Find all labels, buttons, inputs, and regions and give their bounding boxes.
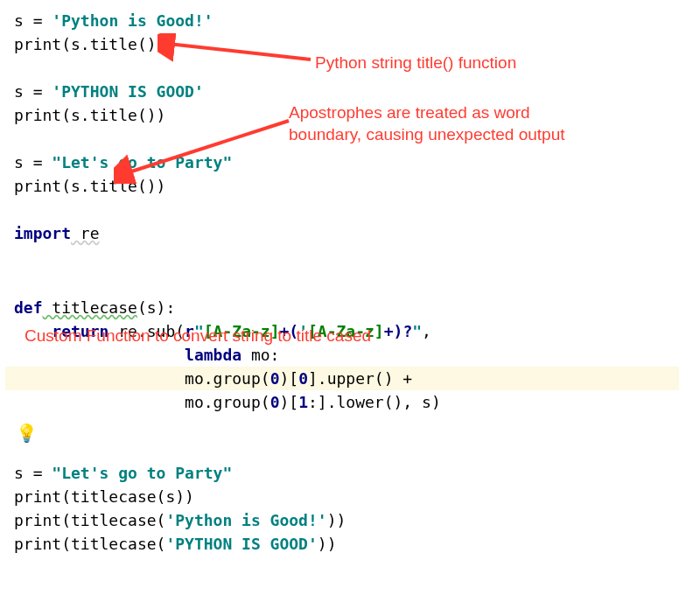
code-line: import re bbox=[14, 221, 679, 245]
code-block: s = 'Python is Good!' print(s.title()) s… bbox=[14, 9, 679, 556]
code-line: print(titlecase(s)) bbox=[14, 485, 679, 508]
code-line: print(s.title()) bbox=[14, 174, 679, 198]
code-line: print(titlecase('Python is Good!')) bbox=[14, 508, 679, 532]
code-line: s = 'Python is Good!' bbox=[14, 9, 679, 32]
code-line: s = 'PYTHON IS GOOD' bbox=[14, 80, 679, 103]
code-line: s = "Let's go to Party" bbox=[14, 150, 679, 174]
lightbulb-icon[interactable]: 💡 bbox=[16, 420, 38, 446]
code-line: print(titlecase('PYTHON IS GOOD')) bbox=[14, 532, 679, 556]
annotation-custom-function: Custom Function to convert string to tit… bbox=[24, 324, 371, 349]
code-line: mo.group(0)[1:].lower(), s) bbox=[14, 390, 679, 414]
code-line: s = "Let's go to Party" bbox=[14, 461, 679, 485]
annotation-apostrophes-line2: boundary, causing unexpected output bbox=[289, 122, 565, 148]
annotation-title-function: Python string title() function bbox=[315, 51, 516, 76]
code-line-highlighted: mo.group(0)[0].upper() + bbox=[5, 367, 679, 390]
code-line: def titlecase(s): bbox=[14, 296, 679, 319]
